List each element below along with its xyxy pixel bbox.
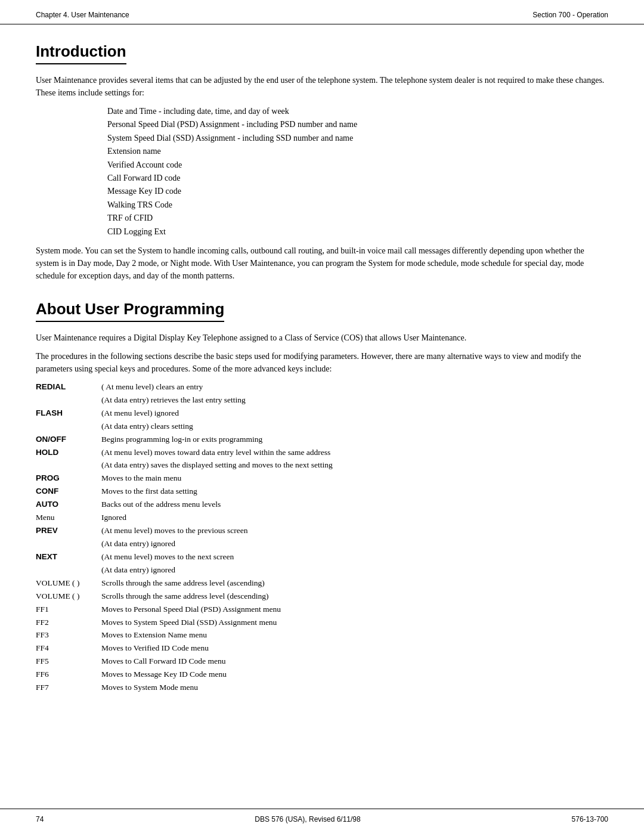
key-description-extra: (At data entry) retrieves the last entry… — [101, 394, 608, 407]
key-label: FF1 — [36, 603, 101, 617]
key-label: PREV — [36, 525, 101, 538]
key-label: ON/OFF — [36, 433, 101, 447]
key-description: (At menu level) ignored — [101, 407, 608, 420]
header-section: Section 700 - Operation — [532, 11, 608, 19]
key-label: FF7 — [36, 682, 101, 695]
key-label-empty — [36, 564, 101, 577]
key-table-row: ON/OFFBegins programming log-in or exits… — [36, 433, 608, 447]
about-section: About User Programming User Maintenance … — [36, 300, 608, 695]
key-label: FF6 — [36, 668, 101, 682]
key-description: Ignored — [101, 512, 608, 525]
key-description: (At menu level) moves toward data entry … — [101, 447, 608, 460]
key-description: ( At menu level) clears an entry — [101, 381, 608, 394]
key-description: Backs out of the address menu levels — [101, 498, 608, 512]
key-label: FLASH — [36, 407, 101, 420]
bullet-item: TRF of CFID — [107, 212, 608, 225]
key-table-row: FF6Moves to Message Key ID Code menu — [36, 668, 608, 682]
key-table-row-extra: (At data entry) saves the displayed sett… — [36, 459, 608, 472]
key-table-row: HOLD(At menu level) moves toward data en… — [36, 447, 608, 460]
key-table-row-extra: (At data entry) clears setting — [36, 420, 608, 433]
key-table-row: FF2Moves to System Speed Dial (SSD) Assi… — [36, 617, 608, 630]
key-label: VOLUME ( ) — [36, 577, 101, 590]
key-label: AUTO — [36, 498, 101, 512]
key-label: VOLUME ( ) — [36, 590, 101, 603]
key-table-row-extra: (At data entry) ignored — [36, 538, 608, 551]
key-table-row: FF7Moves to System Mode menu — [36, 682, 608, 695]
bullet-item: Call Forward ID code — [107, 172, 608, 185]
key-label: PROG — [36, 472, 101, 485]
footer-page-number: 74 — [36, 815, 44, 823]
key-label: FF2 — [36, 617, 101, 630]
key-table-row: VOLUME ( )Scrolls through the same addre… — [36, 590, 608, 603]
key-label: NEXT — [36, 551, 101, 564]
key-table: REDIAL( At menu level) clears an entry(A… — [36, 381, 608, 695]
key-label-empty — [36, 538, 101, 551]
key-description: Scrolls through the same address level (… — [101, 577, 608, 590]
key-label: FF4 — [36, 642, 101, 655]
bullet-item: Extension name — [107, 145, 608, 158]
page-header: Chapter 4. User Maintenance Section 700 … — [0, 0, 644, 24]
main-content: Introduction User Maintenance provides s… — [0, 24, 644, 736]
key-description: Moves to Call Forward ID Code menu — [101, 655, 608, 668]
bullet-item: Message Key ID code — [107, 185, 608, 198]
key-table-row: PREV(At menu level) moves to the previou… — [36, 525, 608, 538]
key-description: Moves to Message Key ID Code menu — [101, 668, 608, 682]
about-para1: User Maintenance requires a Digital Disp… — [36, 332, 608, 344]
key-description-extra: (At data entry) ignored — [101, 564, 608, 577]
footer-right: 576-13-700 — [572, 815, 608, 823]
key-table-row: PROGMoves to the main menu — [36, 472, 608, 485]
key-description: (At menu level) moves to the previous sc… — [101, 525, 608, 538]
key-description-extra: (At data entry) saves the displayed sett… — [101, 459, 608, 472]
key-table-row: AUTOBacks out of the address menu levels — [36, 498, 608, 512]
key-table-row: CONFMoves to the first data setting — [36, 485, 608, 498]
key-description: Moves to System Mode menu — [101, 682, 608, 695]
key-label: Menu — [36, 512, 101, 525]
key-description: Moves to the main menu — [101, 472, 608, 485]
key-description: (At menu level) moves to the next screen — [101, 551, 608, 564]
intro-heading: Introduction — [36, 42, 126, 64]
key-description: Moves to System Speed Dial (SSD) Assignm… — [101, 617, 608, 630]
key-description: Moves to Personal Speed Dial (PSD) Assig… — [101, 603, 608, 617]
key-label: CONF — [36, 485, 101, 498]
key-description: Scrolls through the same address level (… — [101, 590, 608, 603]
bullet-item: Walking TRS Code — [107, 199, 608, 212]
key-table-row: MenuIgnored — [36, 512, 608, 525]
key-label-empty — [36, 420, 101, 433]
key-label-empty — [36, 459, 101, 472]
key-table-row-extra: (At data entry) ignored — [36, 564, 608, 577]
bullet-item: CID Logging Ext — [107, 225, 608, 239]
key-label: HOLD — [36, 447, 101, 460]
page-footer: 74 DBS 576 (USA), Revised 6/11/98 576-13… — [0, 809, 644, 833]
key-description: Begins programming log-in or exits progr… — [101, 433, 608, 447]
page-container: Chapter 4. User Maintenance Section 700 … — [0, 0, 644, 833]
key-table-row: FF4Moves to Verified ID Code menu — [36, 642, 608, 655]
intro-para2: System mode. You can set the System to h… — [36, 244, 608, 282]
intro-bullet-list: Date and Time - including date, time, an… — [107, 105, 608, 239]
key-description: Moves to Extension Name menu — [101, 629, 608, 642]
bullet-item: System Speed Dial (SSD) Assignment - inc… — [107, 132, 608, 145]
key-table-row: NEXT(At menu level) moves to the next sc… — [36, 551, 608, 564]
key-label-empty — [36, 394, 101, 407]
key-description: Moves to the first data setting — [101, 485, 608, 498]
key-table-row: FF1Moves to Personal Speed Dial (PSD) As… — [36, 603, 608, 617]
header-chapter: Chapter 4. User Maintenance — [36, 11, 129, 19]
about-para2: The procedures in the following sections… — [36, 350, 608, 375]
key-table-row: REDIAL( At menu level) clears an entry — [36, 381, 608, 394]
key-table-row: FLASH(At menu level) ignored — [36, 407, 608, 420]
key-label: FF5 — [36, 655, 101, 668]
intro-para1: User Maintenance provides several items … — [36, 74, 608, 99]
bullet-item: Personal Speed Dial (PSD) Assignment - i… — [107, 118, 608, 131]
key-table-row: VOLUME ( )Scrolls through the same addre… — [36, 577, 608, 590]
key-description-extra: (At data entry) clears setting — [101, 420, 608, 433]
bullet-item: Verified Account code — [107, 159, 608, 172]
bullet-item: Date and Time - including date, time, an… — [107, 105, 608, 118]
about-heading: About User Programming — [36, 300, 224, 322]
key-description: Moves to Verified ID Code menu — [101, 642, 608, 655]
intro-section: Introduction User Maintenance provides s… — [36, 42, 608, 282]
key-table-row: FF3Moves to Extension Name menu — [36, 629, 608, 642]
footer-center: DBS 576 (USA), Revised 6/11/98 — [255, 815, 360, 823]
key-label: REDIAL — [36, 381, 101, 394]
key-table-row-extra: (At data entry) retrieves the last entry… — [36, 394, 608, 407]
key-description-extra: (At data entry) ignored — [101, 538, 608, 551]
key-table-row: FF5Moves to Call Forward ID Code menu — [36, 655, 608, 668]
